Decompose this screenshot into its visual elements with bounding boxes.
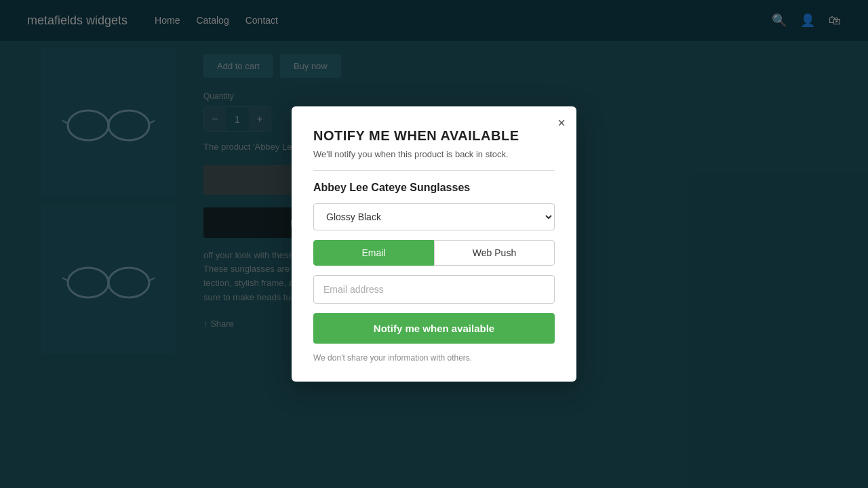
variant-select[interactable]: Glossy Black Matte Black Brown Clear [313,203,555,230]
modal-title: NOTIFY ME WHEN AVAILABLE [313,128,555,144]
email-input[interactable] [313,275,555,304]
modal-overlay: × NOTIFY ME WHEN AVAILABLE We'll notify … [0,0,868,488]
notify-when-available-button[interactable]: Notify me when available [313,313,555,344]
tab-webpush[interactable]: Web Push [434,240,555,266]
tab-email[interactable]: Email [313,240,434,266]
notify-modal: × NOTIFY ME WHEN AVAILABLE We'll notify … [292,106,576,382]
modal-subtitle: We'll notify you when this product is ba… [313,149,555,159]
notification-tabs: Email Web Push [313,240,555,266]
modal-product-name: Abbey Lee Cateye Sunglasses [313,182,555,194]
modal-close-button[interactable]: × [557,116,566,129]
modal-divider [313,170,555,171]
privacy-notice: We don't share your information with oth… [313,353,555,363]
